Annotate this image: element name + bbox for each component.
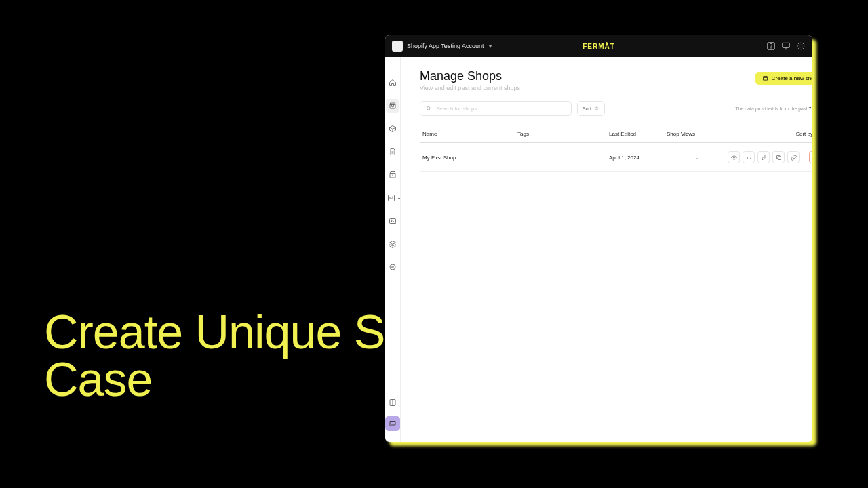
col-tags[interactable]: Tags [517, 131, 609, 137]
duplicate-button[interactable] [772, 151, 785, 163]
search-input[interactable] [436, 106, 566, 112]
col-last-edited[interactable]: Last Edited [609, 131, 667, 137]
svg-rect-12 [778, 157, 781, 160]
search-input-wrapper[interactable] [420, 101, 572, 116]
svg-rect-2 [783, 43, 790, 47]
shops-table: Name Tags Last Edited Shop Views Sort by… [420, 127, 812, 172]
col-name[interactable]: Name [422, 131, 517, 137]
cell-last-edited: April 1, 2024 [609, 155, 667, 161]
sort-by-button[interactable]: Sort by [796, 131, 812, 137]
svg-point-10 [427, 106, 431, 110]
brand-logo: FERMÀT [583, 43, 615, 50]
sidebar-item-layers[interactable] [386, 237, 399, 251]
sidebar-item-settings[interactable] [386, 260, 399, 274]
account-name: Shopify App Testing Account [407, 43, 484, 49]
page-title: Manage Shops [420, 69, 520, 83]
sidebar-item-package[interactable] [386, 168, 399, 182]
svg-point-8 [390, 264, 395, 270]
sort-chip[interactable]: Sort [577, 101, 605, 116]
app-window: Shopify App Testing Account ▾ FERMÀT [385, 35, 812, 442]
main-content: Manage Shops View and edit past and curr… [401, 57, 812, 442]
help-icon[interactable] [766, 41, 776, 51]
sort-icon [594, 106, 599, 111]
sidebar-item-analytics[interactable]: ▾ [386, 191, 400, 205]
svg-point-1 [771, 48, 772, 49]
page-subtitle: View and edit past and current shops [420, 85, 520, 92]
present-icon[interactable] [781, 41, 791, 51]
gear-icon[interactable] [796, 41, 806, 51]
svg-point-9 [392, 266, 394, 268]
chevron-down-icon: ▾ [398, 196, 400, 201]
cell-name: My First Shop [422, 155, 517, 161]
edit-button[interactable] [757, 151, 770, 163]
book-icon[interactable] [386, 396, 399, 409]
sidebar-item-home[interactable] [386, 76, 399, 89]
chevron-down-icon: ▾ [489, 43, 492, 49]
topbar: Shopify App Testing Account ▾ FERMÀT [385, 35, 812, 57]
delete-button[interactable] [809, 151, 812, 163]
sort-by-label: Sort by [796, 131, 812, 137]
analytics-button[interactable] [743, 151, 755, 163]
chat-button[interactable] [385, 416, 400, 431]
svg-point-3 [800, 45, 802, 47]
search-icon [426, 106, 432, 112]
sidebar-item-documents[interactable] [386, 145, 399, 159]
sidebar: ▾ [385, 57, 401, 442]
create-shop-label: Create a new shop [772, 75, 812, 81]
cell-shop-views: - [667, 155, 728, 161]
sidebar-item-images[interactable] [386, 214, 399, 228]
sort-chip-label: Sort [583, 106, 591, 111]
sidebar-item-products[interactable] [386, 122, 399, 136]
account-avatar [392, 41, 403, 52]
date-range-note: The data provided is from the past 7 day… [735, 106, 812, 111]
account-switcher[interactable]: Shopify App Testing Account ▾ [392, 41, 492, 52]
shop-icon [762, 75, 768, 81]
create-shop-button[interactable]: Create a new shop [755, 72, 812, 85]
sidebar-item-shops[interactable] [386, 99, 399, 113]
link-button[interactable] [787, 151, 800, 163]
table-row: My First Shop April 1, 2024 - [420, 143, 812, 172]
preview-button[interactable] [728, 151, 740, 163]
table-header: Name Tags Last Edited Shop Views Sort by [420, 127, 812, 143]
col-shop-views[interactable]: Shop Views [667, 131, 728, 137]
svg-point-11 [733, 157, 734, 158]
